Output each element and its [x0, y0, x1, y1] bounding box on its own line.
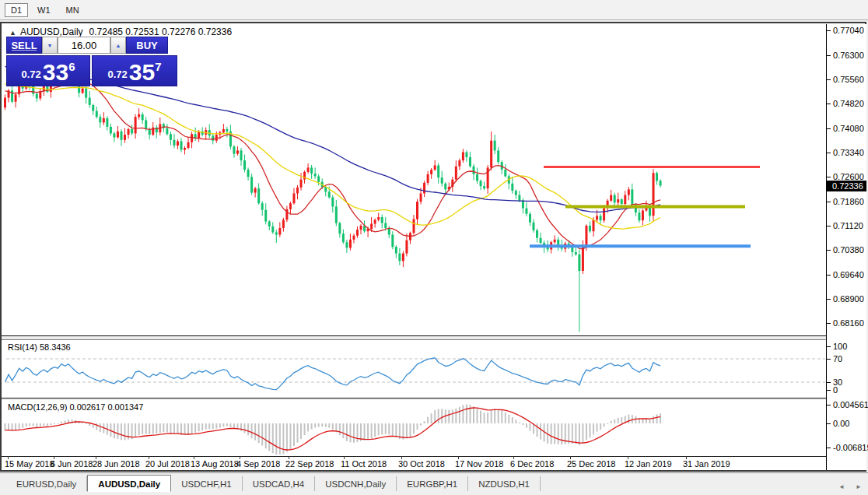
macd-axis-label: 0.00 — [833, 419, 849, 428]
macd-indicator-label: MACD(12,26,9) 0.002617 0.001347 — [8, 402, 143, 412]
chart-ohlc-quotes: 0.72485 0.72531 0.72276 0.72336 — [89, 26, 233, 37]
timeframe-toolbar: D1 W1 MN — [0, 0, 868, 20]
volume-input[interactable]: 16.00 — [58, 37, 110, 54]
rsi-axis-label: 0 — [833, 385, 838, 395]
date-axis-label: 6 Dec 2018 — [510, 459, 554, 469]
price-axis-label: 0.68160 — [833, 318, 864, 328]
spin-up-icon: ▲ — [116, 43, 121, 48]
price-axis-tick — [827, 55, 831, 56]
chart-header: ▲AUDUSD,Daily0.72485 0.72531 0.72276 0.7… — [9, 26, 232, 37]
timeframe-button-d1[interactable]: D1 — [5, 3, 28, 17]
volume-decrease-button[interactable]: ▼ — [42, 37, 58, 54]
tab-scroll-left-icon[interactable]: ◄ — [838, 483, 845, 490]
tab-usdchf-h1[interactable]: USDCHF,H1 — [171, 476, 243, 491]
date-axis-label: 20 Jul 2018 — [145, 459, 190, 469]
buy-price-point: 7 — [155, 60, 161, 73]
price-axis-tick — [827, 79, 831, 80]
volume-increase-button[interactable]: ▲ — [110, 37, 126, 54]
timeframe-button-mn[interactable]: MN — [60, 3, 86, 17]
date-axis-label: 12 Jan 2019 — [625, 459, 672, 469]
price-axis-label: 0.76300 — [833, 51, 864, 60]
price-axis-label: 0.73340 — [833, 148, 864, 157]
collapse-trade-panel-icon[interactable]: ▲ — [9, 29, 16, 37]
price-axis-tick — [827, 226, 831, 226]
tab-usdcad-h4[interactable]: USDCAD,H4 — [243, 476, 315, 491]
symbol-tab-bar: EURUSD,DailyAUDUSD,DailyUSDCHF,H1USDCAD,… — [0, 472, 868, 495]
price-axis-tick — [827, 104, 831, 104]
date-axis-label: 13 Aug 2018 — [191, 459, 239, 469]
sell-price-pips: 33 — [43, 62, 68, 82]
rsi-axis-label: 100 — [833, 342, 847, 351]
date-axis-label: 31 Jan 2019 — [683, 459, 730, 469]
tab-eurusd-daily[interactable]: EURUSD,Daily — [6, 476, 87, 491]
macd-axis-label: 0.004561 — [833, 400, 868, 409]
macd-axis-label: -0.006819 — [833, 443, 868, 452]
rsi-indicator-label: RSI(14) 58.3436 — [8, 342, 71, 352]
rsi-axis-tick — [827, 359, 831, 360]
price-axis-tick — [827, 202, 831, 202]
current-price-badge: 0.72336 — [827, 181, 866, 191]
tab-scroll-right-icon[interactable]: ► — [856, 483, 862, 490]
date-axis-label: 4 Sep 2018 — [236, 459, 280, 469]
macd-axis-tick — [827, 405, 831, 405]
date-axis-label: 28 Jun 2018 — [93, 459, 140, 469]
rsi-panel-area[interactable] — [6, 340, 826, 398]
price-axis-tick — [827, 30, 831, 31]
price-axis-label: 0.77040 — [833, 26, 864, 35]
price-axis-label: 0.70380 — [833, 245, 864, 255]
tab-audusd-daily[interactable]: AUDUSD,Daily — [87, 475, 171, 492]
rsi-axis-tick — [827, 390, 831, 391]
macd-axis-tick — [827, 448, 831, 448]
price-axis-label: 0.74080 — [833, 124, 864, 133]
price-axis-tick — [827, 128, 831, 129]
one-click-trading-panel: SELL ▼ 16.00 ▲ BUY 0.72 33 6 0.72 35 7 — [6, 37, 177, 86]
tab-usdcnh-daily[interactable]: USDCNH,Daily — [315, 476, 397, 491]
sell-price-base: 0.72 — [21, 68, 40, 80]
price-axis-tick — [827, 299, 831, 300]
date-axis-label: 6 Jun 2018 — [51, 459, 93, 469]
price-axis-tick — [827, 177, 831, 177]
date-axis-label: 15 May 2018 — [5, 459, 54, 469]
sell-button[interactable]: SELL — [6, 37, 42, 54]
price-axis-label: 0.71120 — [833, 221, 863, 230]
price-axis-label: 0.71860 — [833, 197, 864, 206]
price-axis-label: 0.69640 — [833, 270, 864, 279]
price-axis-column: 0.72336 0.770400.763000.755600.748200.74… — [827, 24, 866, 470]
chart-symbol-title: AUDUSD,Daily — [20, 26, 83, 37]
buy-price-display[interactable]: 0.72 35 7 — [92, 55, 177, 86]
timeframe-button-w1[interactable]: W1 — [31, 3, 57, 17]
buy-price-base: 0.72 — [107, 68, 127, 80]
date-axis-label: 11 Oct 2018 — [341, 459, 387, 469]
macd-axis-tick — [827, 423, 831, 424]
price-axis-label: 0.74820 — [833, 99, 864, 108]
rsi-axis-tick — [827, 346, 831, 347]
price-axis-tick — [827, 153, 831, 153]
date-axis-label: 22 Sep 2018 — [285, 459, 334, 469]
date-axis-label: 17 Nov 2018 — [455, 459, 503, 469]
price-axis-label: 0.75560 — [833, 75, 864, 84]
mt4-application: D1 W1 MN ▲AUDUSD,Daily0.72485 0.72531 0.… — [0, 0, 868, 495]
rsi-axis-label: 70 — [833, 354, 842, 363]
sell-price-display[interactable]: 0.72 33 6 — [6, 55, 90, 86]
sell-price-point: 6 — [68, 60, 75, 73]
tab-scroll-controls: ◄ ► — [829, 483, 862, 490]
buy-button[interactable]: BUY — [126, 37, 168, 54]
date-axis-label: 30 Oct 2018 — [398, 459, 445, 469]
price-axis-label: 0.68900 — [833, 294, 864, 304]
tab-nzdusd-h1[interactable]: NZDUSD,H1 — [468, 476, 541, 491]
buy-price-pips: 35 — [129, 62, 155, 82]
price-axis-tick — [827, 275, 831, 276]
spin-down-icon: ▼ — [47, 43, 53, 48]
rsi-axis-tick — [827, 382, 831, 383]
tab-eurgbp-h1[interactable]: EURGBP,H1 — [397, 476, 468, 491]
price-axis-tick — [827, 250, 831, 251]
price-axis-tick — [827, 323, 831, 324]
date-axis-label: 25 Dec 2018 — [567, 459, 615, 469]
